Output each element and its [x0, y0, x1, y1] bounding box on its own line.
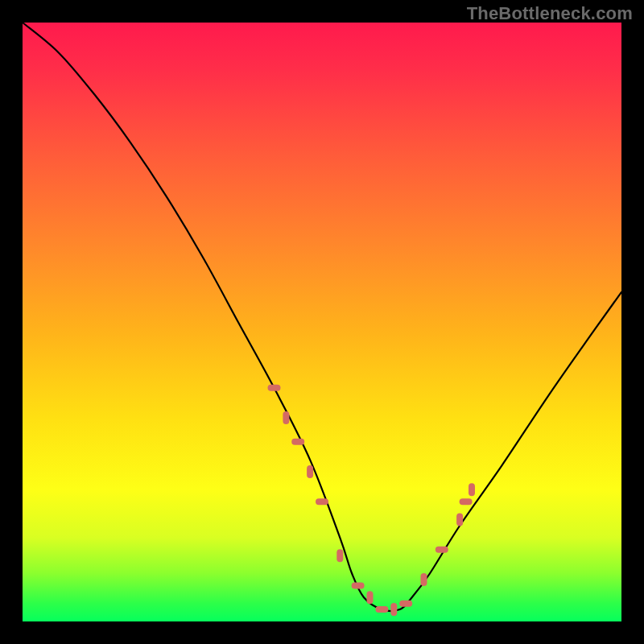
marker-dot: [336, 549, 343, 562]
plot-area: [23, 23, 621, 621]
watermark-text: TheBottleneck.com: [467, 3, 633, 24]
marker-dot: [316, 498, 328, 505]
marker-dot: [456, 514, 463, 526]
marker-dot: [421, 573, 427, 586]
marker-dot: [390, 603, 397, 616]
marker-dot: [375, 606, 388, 613]
marker-dot: [291, 439, 304, 445]
marker-dot: [399, 601, 412, 607]
marker-dot: [469, 483, 475, 496]
marker-dot: [283, 411, 289, 424]
chart-frame: TheBottleneck.com: [0, 0, 644, 644]
marker-dot: [460, 498, 473, 505]
bottleneck-curve: [23, 23, 621, 611]
highlight-markers: [268, 385, 476, 616]
marker-dot: [352, 582, 365, 588]
curve-svg: [23, 23, 621, 621]
marker-dot: [268, 385, 281, 391]
marker-dot: [436, 547, 448, 553]
marker-dot: [367, 591, 374, 604]
marker-dot: [307, 465, 313, 478]
